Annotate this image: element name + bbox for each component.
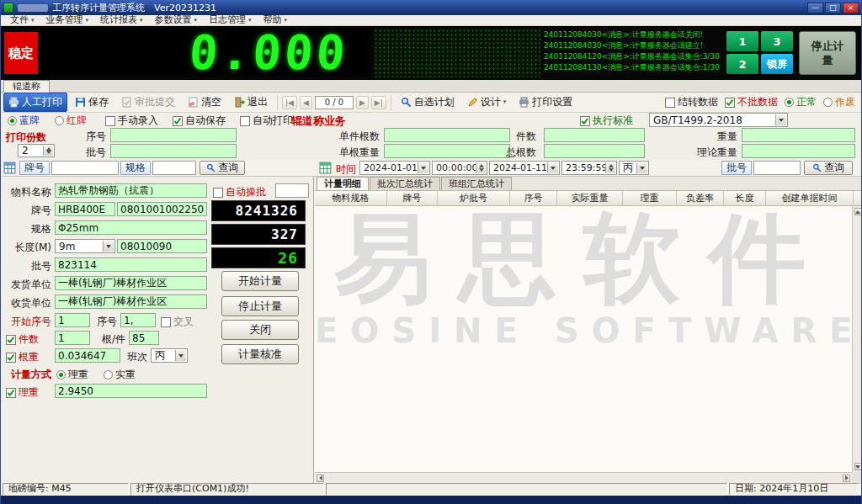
menu-logs[interactable]: 日志管理▾ bbox=[203, 15, 258, 26]
design-button[interactable]: 设计 ▾ bbox=[462, 93, 512, 112]
maximize-button[interactable]: □ bbox=[825, 3, 841, 13]
brand-query-button[interactable]: 牌号 bbox=[19, 161, 50, 175]
lock-screen-button[interactable]: 锁屏 bbox=[761, 54, 793, 74]
normal-radio[interactable] bbox=[785, 98, 794, 107]
bar-weight-value-input[interactable] bbox=[55, 348, 120, 363]
stop-measure-panel-button[interactable]: 停止计量 bbox=[221, 296, 299, 316]
brand-input[interactable] bbox=[55, 202, 115, 216]
search-right-button[interactable]: 查询 bbox=[804, 161, 853, 175]
tab-roller-scale[interactable]: 辊道称 bbox=[3, 80, 50, 93]
auto-save-checkbox[interactable] bbox=[173, 116, 183, 126]
nav-last-button[interactable]: ▶| bbox=[371, 96, 386, 109]
seq-input[interactable] bbox=[110, 128, 237, 142]
menu-settings[interactable]: 参数设置▾ bbox=[149, 15, 204, 26]
submit-approval-button[interactable]: 审批提交 bbox=[116, 93, 180, 112]
menu-reports[interactable]: 统计报表▾ bbox=[94, 15, 149, 26]
batch-query-input[interactable] bbox=[753, 161, 801, 175]
theory-weight-value-input[interactable] bbox=[55, 384, 207, 398]
standard-select[interactable]: GB/T1499.2-2018 bbox=[649, 113, 788, 127]
manual-entry-checkbox[interactable] bbox=[105, 116, 115, 126]
column-actual-weight[interactable]: 实际重量 bbox=[557, 191, 623, 205]
time-from-stepper[interactable]: 00:00:00 bbox=[432, 161, 487, 175]
save-button[interactable]: 保存 bbox=[70, 93, 114, 112]
batch-no-input[interactable] bbox=[55, 257, 207, 272]
cross-checkbox[interactable] bbox=[161, 317, 171, 327]
sender-input[interactable] bbox=[55, 276, 207, 290]
theory-weight-input[interactable] bbox=[742, 144, 855, 158]
scroll-up-button[interactable] bbox=[854, 208, 862, 215]
column-material-spec[interactable]: 物料规格 bbox=[315, 191, 387, 205]
column-deviation[interactable]: 负差率 bbox=[677, 191, 724, 205]
auto-print-checkbox[interactable] bbox=[240, 116, 250, 126]
material-input[interactable] bbox=[55, 183, 207, 198]
plan-select-button[interactable]: 自选计划 bbox=[396, 93, 460, 112]
column-brand[interactable]: 牌号 bbox=[387, 191, 438, 205]
spec-query-button[interactable]: 规格 bbox=[120, 161, 151, 175]
spinner-arrows-icon[interactable] bbox=[476, 162, 486, 173]
auto-batch-checkbox[interactable] bbox=[213, 188, 223, 198]
nav-first-button[interactable]: |◀ bbox=[282, 96, 297, 109]
column-furnace-batch[interactable]: 炉批号 bbox=[438, 191, 510, 205]
stop-measure-button[interactable]: 停止计量 bbox=[799, 31, 856, 75]
theory-weight-checkbox[interactable] bbox=[6, 388, 16, 398]
date-from-picker[interactable]: 2024-01-01 bbox=[359, 161, 430, 175]
start-seq-input[interactable] bbox=[55, 313, 90, 327]
shift-select[interactable]: 丙 bbox=[151, 348, 188, 363]
red-card-radio[interactable] bbox=[55, 116, 64, 125]
spec-input[interactable] bbox=[55, 220, 207, 235]
standard-checkbox[interactable] bbox=[580, 116, 590, 126]
column-create-time[interactable]: 创建单据时间 bbox=[766, 191, 854, 205]
date-to-picker[interactable]: 2024-01-11 bbox=[489, 161, 560, 175]
verify-measure-button[interactable]: 计量核准 bbox=[221, 344, 299, 364]
start-measure-button[interactable]: 开始计量 bbox=[221, 271, 299, 291]
pieces-count-input[interactable] bbox=[544, 128, 645, 142]
length-code-input[interactable] bbox=[117, 239, 207, 253]
horizontal-scrollbar[interactable] bbox=[315, 472, 852, 483]
scroll-down-button[interactable] bbox=[854, 463, 862, 470]
nav-prev-button[interactable]: ◀ bbox=[300, 96, 312, 109]
minimize-button[interactable]: — bbox=[807, 3, 823, 13]
grid-body[interactable]: 易思软件 EOSINE SOFTWARE bbox=[315, 206, 852, 472]
column-theory-weight[interactable]: 理重 bbox=[623, 191, 677, 205]
auto-batch-input[interactable] bbox=[275, 183, 309, 198]
brand-code-input[interactable] bbox=[117, 202, 207, 216]
per-piece-input[interactable] bbox=[129, 331, 159, 345]
batch-query-button[interactable]: 批号 bbox=[721, 161, 752, 175]
menu-file[interactable]: 文件▾ bbox=[4, 15, 40, 26]
close-panel-button[interactable]: 关闭 bbox=[221, 320, 299, 340]
void-radio[interactable] bbox=[823, 98, 833, 107]
shift-filter-select[interactable]: 丙 bbox=[619, 161, 649, 175]
column-length[interactable]: 长度 bbox=[724, 191, 766, 205]
nav-next-button[interactable]: ▶ bbox=[356, 96, 369, 109]
bar-weight-checkbox[interactable] bbox=[6, 353, 16, 363]
receiver-input[interactable] bbox=[55, 294, 207, 309]
time-to-stepper[interactable]: 23:59:59 bbox=[561, 161, 617, 175]
carryover-checkbox[interactable] bbox=[665, 98, 675, 108]
blue-card-radio[interactable] bbox=[8, 116, 17, 125]
exclude-batch-checkbox[interactable] bbox=[725, 98, 735, 108]
search-left-button[interactable]: 查询 bbox=[200, 161, 245, 175]
tab-batch-summary[interactable]: 批次汇总统计 bbox=[370, 177, 440, 190]
weight-input[interactable] bbox=[742, 128, 855, 142]
pieces-checkbox[interactable] bbox=[6, 335, 16, 345]
exit-button[interactable]: 退出 bbox=[229, 93, 273, 112]
tab-measure-detail[interactable]: 计量明细 bbox=[317, 177, 369, 190]
method-theory-radio[interactable] bbox=[56, 370, 66, 379]
menu-help[interactable]: 帮助▾ bbox=[258, 15, 294, 26]
tab-shift-summary[interactable]: 班组汇总统计 bbox=[441, 177, 512, 190]
column-seq[interactable]: 序号 bbox=[510, 191, 557, 205]
scroll-left-button[interactable] bbox=[317, 475, 324, 482]
close-button[interactable]: × bbox=[843, 3, 859, 13]
spinner-arrows-icon[interactable] bbox=[605, 162, 615, 173]
print-setup-button[interactable]: 打印设置 bbox=[513, 93, 577, 112]
method-actual-radio[interactable] bbox=[104, 370, 113, 379]
clear-button[interactable]: 清空 bbox=[183, 93, 226, 112]
batch-input[interactable] bbox=[110, 144, 237, 158]
menu-business[interactable]: 业务管理▾ bbox=[40, 15, 95, 26]
manual-print-button[interactable]: 人工打印 bbox=[3, 93, 67, 112]
length-select[interactable]: 9m bbox=[55, 239, 115, 253]
vertical-scrollbar[interactable] bbox=[852, 206, 862, 472]
spec-query-input[interactable] bbox=[152, 161, 196, 175]
brand-query-input[interactable] bbox=[51, 161, 119, 175]
seq-no-input[interactable] bbox=[120, 313, 156, 327]
